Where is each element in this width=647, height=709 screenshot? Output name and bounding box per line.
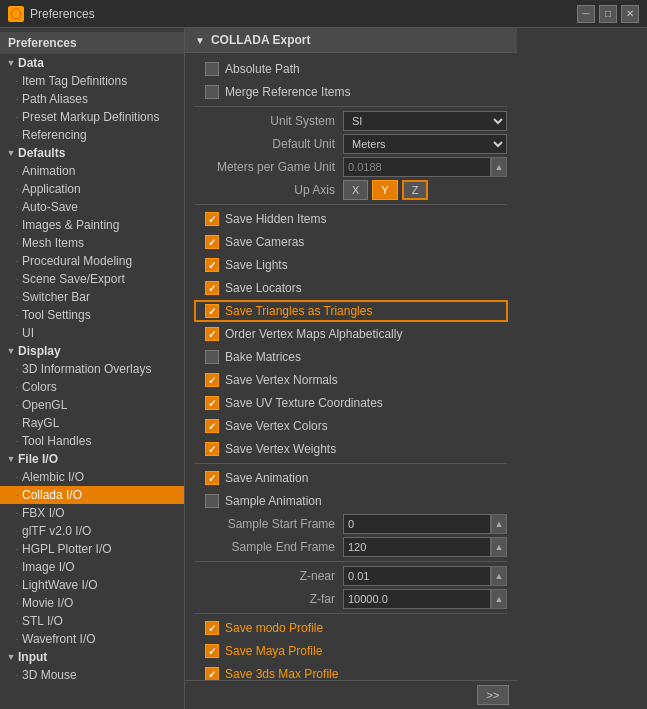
- save-cameras-checkbox[interactable]: ✓: [205, 235, 219, 249]
- sidebar-item-movie-io[interactable]: -Movie I/O: [0, 594, 184, 612]
- sample-end-input-group: ▲: [343, 537, 507, 557]
- sidebar-item-scene-save-export[interactable]: -Scene Save/Export: [0, 270, 184, 288]
- app-icon: [8, 6, 24, 22]
- forward-button[interactable]: >>: [477, 685, 509, 705]
- tree-dash: -: [12, 490, 22, 500]
- sample-end-frame-row: Sample End Frame ▲: [195, 537, 507, 557]
- z-near-spin[interactable]: ▲: [491, 566, 507, 586]
- save-triangles-checkbox[interactable]: ✓: [205, 304, 219, 318]
- sidebar-item-raygl[interactable]: -RayGL: [0, 414, 184, 432]
- save-uv-texture-label: Save UV Texture Coordinates: [225, 396, 383, 410]
- sidebar-item-defaults[interactable]: ▼Defaults: [0, 144, 184, 162]
- unit-system-select[interactable]: SI: [343, 111, 507, 131]
- order-vertex-maps-checkbox[interactable]: ✓: [205, 327, 219, 341]
- sidebar-item-wavefront-io[interactable]: -Wavefront I/O: [0, 630, 184, 648]
- sidebar-item-auto-save[interactable]: -Auto-Save: [0, 198, 184, 216]
- sidebar-item-ui[interactable]: -UI: [0, 324, 184, 342]
- sidebar-item-tool-settings[interactable]: -Tool Settings: [0, 306, 184, 324]
- tree-dash: -: [12, 562, 22, 572]
- tree-dash: -: [12, 508, 22, 518]
- z-far-spin[interactable]: ▲: [491, 589, 507, 609]
- panel-arrow-icon: ▼: [195, 35, 205, 46]
- sidebar-item-gltf-io[interactable]: -glTF v2.0 I/O: [0, 522, 184, 540]
- z-near-input[interactable]: [343, 566, 491, 586]
- sidebar-item-lightwave-io[interactable]: -LightWave I/O: [0, 576, 184, 594]
- sample-end-frame-input[interactable]: [343, 537, 491, 557]
- sidebar-item-input[interactable]: ▼Input: [0, 648, 184, 666]
- sidebar-item-display[interactable]: ▼Display: [0, 342, 184, 360]
- save-maya-profile-checkbox[interactable]: ✓: [205, 644, 219, 658]
- save-vertex-weights-checkbox[interactable]: ✓: [205, 442, 219, 456]
- maximize-button[interactable]: □: [599, 5, 617, 23]
- up-axis-x-button[interactable]: X: [343, 180, 368, 200]
- unit-system-row: Unit System SI: [195, 111, 507, 131]
- tree-dash: -: [12, 94, 22, 104]
- up-axis-z-button[interactable]: Z: [402, 180, 429, 200]
- sample-start-frame-row: Sample Start Frame ▲: [195, 514, 507, 534]
- sidebar-item-switcher-bar[interactable]: -Switcher Bar: [0, 288, 184, 306]
- save-locators-checkbox[interactable]: ✓: [205, 281, 219, 295]
- default-unit-label: Default Unit: [195, 137, 335, 151]
- z-far-input[interactable]: [343, 589, 491, 609]
- tree-dash: -: [12, 238, 22, 248]
- save-animation-checkbox[interactable]: ✓: [205, 471, 219, 485]
- sample-end-spin[interactable]: ▲: [491, 537, 507, 557]
- save-modo-profile-checkbox[interactable]: ✓: [205, 621, 219, 635]
- tree-arrow-icon: ▼: [4, 58, 18, 68]
- bake-matrices-checkbox[interactable]: [205, 350, 219, 364]
- sidebar-item-file-io[interactable]: ▼File I/O: [0, 450, 184, 468]
- sidebar-item-data[interactable]: ▼Data: [0, 54, 184, 72]
- merge-reference-items-checkbox[interactable]: [205, 85, 219, 99]
- absolute-path-checkbox[interactable]: [205, 62, 219, 76]
- tree-dash: -: [12, 112, 22, 122]
- save-hidden-items-checkbox[interactable]: ✓: [205, 212, 219, 226]
- sidebar-item-fbx-io[interactable]: -FBX I/O: [0, 504, 184, 522]
- sidebar-item-label: Mesh Items: [22, 236, 84, 250]
- save-3ds-max-profile-label: Save 3ds Max Profile: [225, 667, 338, 680]
- sample-start-frame-input[interactable]: [343, 514, 491, 534]
- sidebar-item-colors[interactable]: -Colors: [0, 378, 184, 396]
- sidebar-item-hgpl-io[interactable]: -HGPL Plotter I/O: [0, 540, 184, 558]
- default-unit-select[interactable]: Meters: [343, 134, 507, 154]
- sidebar-item-procedural-modeling[interactable]: -Procedural Modeling: [0, 252, 184, 270]
- save-lights-checkbox[interactable]: ✓: [205, 258, 219, 272]
- sidebar-item-item-tag-definitions[interactable]: -Item Tag Definitions: [0, 72, 184, 90]
- sidebar-item-label: FBX I/O: [22, 506, 65, 520]
- save-3ds-max-profile-checkbox[interactable]: ✓: [205, 667, 219, 680]
- save-vertex-colors-checkbox[interactable]: ✓: [205, 419, 219, 433]
- sidebar-item-image-io[interactable]: -Image I/O: [0, 558, 184, 576]
- sidebar-item-3d-mouse[interactable]: -3D Mouse: [0, 666, 184, 684]
- sidebar-item-animation[interactable]: -Animation: [0, 162, 184, 180]
- sidebar-item-label: Input: [18, 650, 47, 664]
- tree-dash: -: [12, 598, 22, 608]
- meters-spin-up[interactable]: ▲: [491, 157, 507, 177]
- sidebar-item-referencing[interactable]: -Referencing: [0, 126, 184, 144]
- sidebar-item-tool-handles[interactable]: -Tool Handles: [0, 432, 184, 450]
- save-vertex-normals-checkbox[interactable]: ✓: [205, 373, 219, 387]
- default-unit-row: Default Unit Meters: [195, 134, 507, 154]
- save-vertex-colors-row: ✓ Save Vertex Colors: [195, 416, 507, 436]
- meters-per-game-unit-input[interactable]: [343, 157, 491, 177]
- sidebar-item-images-painting[interactable]: -Images & Painting: [0, 216, 184, 234]
- sidebar-item-alembic-io[interactable]: -Alembic I/O: [0, 468, 184, 486]
- sidebar-item-label: Collada I/O: [22, 488, 82, 502]
- sample-start-spin[interactable]: ▲: [491, 514, 507, 534]
- content-area: ▼ COLLADA Export Absolute Path Merge Ref…: [185, 28, 517, 709]
- sidebar-item-collada-io[interactable]: -Collada I/O: [0, 486, 184, 504]
- sidebar-item-opengl[interactable]: -OpenGL: [0, 396, 184, 414]
- minimize-button[interactable]: ─: [577, 5, 595, 23]
- sidebar-item-preset-markup-definitions[interactable]: -Preset Markup Definitions: [0, 108, 184, 126]
- sidebar-item-label: RayGL: [22, 416, 59, 430]
- up-axis-y-button[interactable]: Y: [372, 180, 397, 200]
- sidebar-item-3d-information-overlays[interactable]: -3D Information Overlays: [0, 360, 184, 378]
- sample-animation-checkbox[interactable]: [205, 494, 219, 508]
- close-button[interactable]: ✕: [621, 5, 639, 23]
- bake-matrices-row: Bake Matrices: [195, 347, 507, 367]
- tree-dash: -: [12, 220, 22, 230]
- sidebar-item-application[interactable]: -Application: [0, 180, 184, 198]
- sidebar-item-stl-io[interactable]: -STL I/O: [0, 612, 184, 630]
- save-uv-texture-checkbox[interactable]: ✓: [205, 396, 219, 410]
- sidebar-item-path-aliases[interactable]: -Path Aliases: [0, 90, 184, 108]
- sidebar-item-mesh-items[interactable]: -Mesh Items: [0, 234, 184, 252]
- tree-dash: -: [12, 382, 22, 392]
